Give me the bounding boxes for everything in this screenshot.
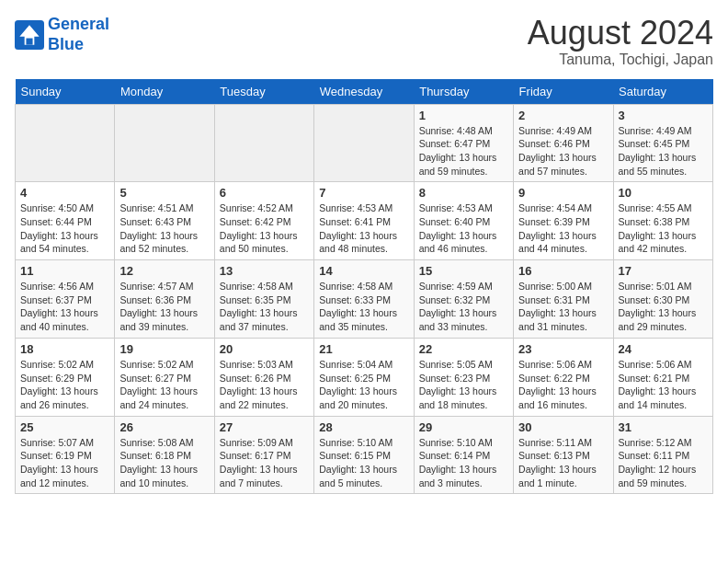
calendar-cell: 8Sunrise: 4:53 AM Sunset: 6:40 PM Daylig…	[414, 182, 513, 260]
day-header-friday: Friday	[514, 79, 613, 105]
calendar-cell: 17Sunrise: 5:01 AM Sunset: 6:30 PM Dayli…	[613, 260, 712, 339]
calendar-cell: 3Sunrise: 4:49 AM Sunset: 6:45 PM Daylig…	[613, 104, 712, 182]
calendar-cell: 10Sunrise: 4:55 AM Sunset: 6:38 PM Dayli…	[613, 182, 712, 260]
day-number: 24	[619, 342, 708, 356]
day-number: 13	[220, 264, 309, 278]
logo-line2: Blue	[48, 35, 84, 53]
calendar-cell: 6Sunrise: 4:52 AM Sunset: 6:42 PM Daylig…	[214, 182, 313, 260]
calendar-week-1: 1Sunrise: 4:48 AM Sunset: 6:47 PM Daylig…	[16, 104, 713, 182]
cell-content: Sunrise: 4:56 AM Sunset: 6:37 PM Dayligh…	[20, 280, 109, 334]
cell-content: Sunrise: 4:51 AM Sunset: 6:43 PM Dayligh…	[119, 201, 209, 256]
day-number: 4	[20, 186, 109, 200]
calendar-week-4: 18Sunrise: 5:02 AM Sunset: 6:29 PM Dayli…	[16, 338, 713, 416]
logo-icon	[15, 20, 44, 50]
cell-content: Sunrise: 5:02 AM Sunset: 6:29 PM Dayligh…	[20, 358, 109, 412]
calendar-cell: 24Sunrise: 5:06 AM Sunset: 6:21 PM Dayli…	[613, 338, 712, 416]
cell-content: Sunrise: 5:05 AM Sunset: 6:23 PM Dayligh…	[419, 358, 508, 412]
cell-content: Sunrise: 5:07 AM Sunset: 6:19 PM Dayligh…	[20, 436, 109, 490]
calendar-cell: 20Sunrise: 5:03 AM Sunset: 6:26 PM Dayli…	[214, 338, 313, 416]
day-number: 21	[319, 342, 408, 356]
calendar-cell: 16Sunrise: 5:00 AM Sunset: 6:31 PM Dayli…	[514, 260, 613, 339]
day-number: 28	[319, 420, 408, 434]
calendar-cell: 28Sunrise: 5:10 AM Sunset: 6:15 PM Dayli…	[314, 416, 414, 494]
calendar-cell	[314, 104, 414, 182]
cell-content: Sunrise: 5:03 AM Sunset: 6:26 PM Dayligh…	[220, 358, 309, 412]
cell-content: Sunrise: 4:55 AM Sunset: 6:38 PM Dayligh…	[619, 201, 708, 256]
calendar-cell: 5Sunrise: 4:51 AM Sunset: 6:43 PM Daylig…	[115, 182, 214, 260]
day-number: 22	[419, 342, 508, 356]
day-number: 14	[319, 264, 408, 278]
day-number: 16	[518, 264, 608, 278]
calendar-cell: 2Sunrise: 4:49 AM Sunset: 6:46 PM Daylig…	[514, 104, 613, 182]
calendar-cell	[16, 104, 115, 182]
day-number: 3	[619, 109, 708, 122]
cell-content: Sunrise: 5:01 AM Sunset: 6:30 PM Dayligh…	[619, 280, 708, 334]
day-number: 1	[419, 109, 508, 122]
day-number: 17	[619, 264, 708, 278]
calendar-cell: 19Sunrise: 5:02 AM Sunset: 6:27 PM Dayli…	[115, 338, 214, 416]
calendar-cell: 13Sunrise: 4:58 AM Sunset: 6:35 PM Dayli…	[214, 260, 313, 339]
title-block: August 2024 Tanuma, Tochigi, Japan	[528, 15, 713, 68]
cell-content: Sunrise: 5:10 AM Sunset: 6:14 PM Dayligh…	[419, 436, 508, 490]
cell-content: Sunrise: 4:59 AM Sunset: 6:32 PM Dayligh…	[419, 280, 508, 334]
month-year: August 2024	[528, 15, 713, 52]
day-number: 19	[119, 342, 209, 356]
cell-content: Sunrise: 5:06 AM Sunset: 6:21 PM Dayligh…	[619, 358, 708, 412]
cell-content: Sunrise: 4:49 AM Sunset: 6:45 PM Dayligh…	[619, 124, 708, 178]
day-number: 12	[119, 264, 209, 278]
day-number: 30	[518, 420, 608, 434]
calendar-cell: 15Sunrise: 4:59 AM Sunset: 6:32 PM Dayli…	[414, 260, 513, 339]
day-header-saturday: Saturday	[613, 79, 712, 105]
calendar-cell: 14Sunrise: 4:58 AM Sunset: 6:33 PM Dayli…	[314, 260, 414, 339]
calendar-cell	[115, 104, 214, 182]
calendar-header-row: SundayMondayTuesdayWednesdayThursdayFrid…	[16, 79, 713, 105]
page-header: General Blue August 2024 Tanuma, Tochigi…	[15, 15, 713, 68]
calendar-cell: 21Sunrise: 5:04 AM Sunset: 6:25 PM Dayli…	[314, 338, 414, 416]
cell-content: Sunrise: 4:53 AM Sunset: 6:40 PM Dayligh…	[419, 201, 508, 256]
calendar-cell: 25Sunrise: 5:07 AM Sunset: 6:19 PM Dayli…	[16, 416, 115, 494]
day-number: 18	[20, 342, 109, 356]
cell-content: Sunrise: 5:11 AM Sunset: 6:13 PM Dayligh…	[518, 436, 608, 490]
svg-rect-2	[26, 38, 32, 44]
day-header-wednesday: Wednesday	[314, 79, 414, 105]
calendar-cell: 30Sunrise: 5:11 AM Sunset: 6:13 PM Dayli…	[514, 416, 613, 494]
calendar-cell: 1Sunrise: 4:48 AM Sunset: 6:47 PM Daylig…	[414, 104, 513, 182]
day-number: 20	[220, 342, 309, 356]
calendar-week-2: 4Sunrise: 4:50 AM Sunset: 6:44 PM Daylig…	[16, 182, 713, 260]
calendar-cell: 29Sunrise: 5:10 AM Sunset: 6:14 PM Dayli…	[414, 416, 513, 494]
cell-content: Sunrise: 4:49 AM Sunset: 6:46 PM Dayligh…	[518, 124, 608, 178]
day-header-monday: Monday	[115, 79, 214, 105]
cell-content: Sunrise: 5:04 AM Sunset: 6:25 PM Dayligh…	[319, 358, 408, 412]
calendar-cell: 7Sunrise: 4:53 AM Sunset: 6:41 PM Daylig…	[314, 182, 414, 260]
day-number: 7	[319, 186, 408, 200]
calendar-body: 1Sunrise: 4:48 AM Sunset: 6:47 PM Daylig…	[16, 104, 713, 494]
calendar-week-3: 11Sunrise: 4:56 AM Sunset: 6:37 PM Dayli…	[16, 260, 713, 339]
cell-content: Sunrise: 5:06 AM Sunset: 6:22 PM Dayligh…	[518, 358, 608, 412]
cell-content: Sunrise: 4:57 AM Sunset: 6:36 PM Dayligh…	[119, 280, 209, 334]
cell-content: Sunrise: 5:10 AM Sunset: 6:15 PM Dayligh…	[319, 436, 408, 490]
calendar-cell: 26Sunrise: 5:08 AM Sunset: 6:18 PM Dayli…	[115, 416, 214, 494]
day-number: 10	[619, 186, 708, 200]
calendar-cell: 4Sunrise: 4:50 AM Sunset: 6:44 PM Daylig…	[16, 182, 115, 260]
cell-content: Sunrise: 4:54 AM Sunset: 6:39 PM Dayligh…	[518, 201, 608, 256]
day-header-thursday: Thursday	[414, 79, 513, 105]
logo-text: General Blue	[48, 15, 109, 54]
calendar-cell: 31Sunrise: 5:12 AM Sunset: 6:11 PM Dayli…	[613, 416, 712, 494]
day-number: 11	[20, 264, 109, 278]
day-number: 2	[518, 109, 608, 122]
cell-content: Sunrise: 4:58 AM Sunset: 6:35 PM Dayligh…	[220, 280, 309, 334]
calendar-cell: 18Sunrise: 5:02 AM Sunset: 6:29 PM Dayli…	[16, 338, 115, 416]
calendar-cell	[214, 104, 313, 182]
calendar-cell: 12Sunrise: 4:57 AM Sunset: 6:36 PM Dayli…	[115, 260, 214, 339]
calendar-cell: 22Sunrise: 5:05 AM Sunset: 6:23 PM Dayli…	[414, 338, 513, 416]
cell-content: Sunrise: 5:08 AM Sunset: 6:18 PM Dayligh…	[119, 436, 209, 490]
logo: General Blue	[15, 15, 109, 54]
calendar-cell: 27Sunrise: 5:09 AM Sunset: 6:17 PM Dayli…	[214, 416, 313, 494]
cell-content: Sunrise: 5:12 AM Sunset: 6:11 PM Dayligh…	[619, 436, 708, 490]
cell-content: Sunrise: 4:50 AM Sunset: 6:44 PM Dayligh…	[20, 201, 109, 256]
calendar-cell: 9Sunrise: 4:54 AM Sunset: 6:39 PM Daylig…	[514, 182, 613, 260]
cell-content: Sunrise: 4:53 AM Sunset: 6:41 PM Dayligh…	[319, 201, 408, 256]
cell-content: Sunrise: 5:09 AM Sunset: 6:17 PM Dayligh…	[220, 436, 309, 490]
day-number: 15	[419, 264, 508, 278]
day-number: 27	[220, 420, 309, 434]
